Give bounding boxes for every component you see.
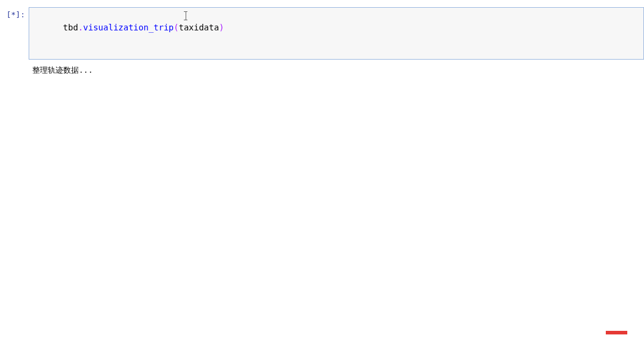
- input-prompt: [*]:: [0, 7, 29, 19]
- code-cell: [*]: tbd.visualization_trip(taxidata): [0, 7, 644, 60]
- code-line: tbd.visualization_trip(taxidata): [63, 23, 224, 32]
- status-indicator: [606, 331, 627, 334]
- notebook-container: [*]: tbd.visualization_trip(taxidata) 整理…: [0, 0, 644, 79]
- prompt-bracket-close: ]:: [16, 10, 25, 19]
- code-function: visualization_trip: [83, 23, 174, 32]
- output-cell: 整理轨迹数据...: [0, 62, 644, 79]
- output-area: 整理轨迹数据...: [29, 62, 644, 79]
- prompt-bracket-open: [: [7, 10, 11, 19]
- code-object: tbd: [63, 23, 78, 32]
- code-argument: taxidata: [178, 23, 218, 32]
- code-paren-close: ): [219, 23, 224, 32]
- text-cursor-icon: [186, 11, 186, 20]
- code-input-area[interactable]: tbd.visualization_trip(taxidata): [29, 7, 644, 60]
- output-text: 整理轨迹数据...: [32, 66, 93, 75]
